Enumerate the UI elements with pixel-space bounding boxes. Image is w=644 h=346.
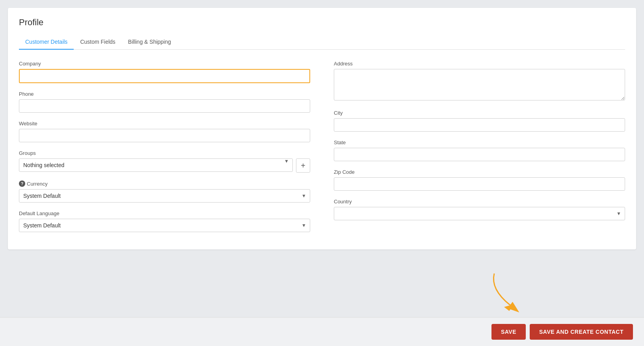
address-label: Address — [334, 61, 625, 67]
country-select[interactable] — [334, 207, 625, 220]
state-label: State — [334, 140, 625, 145]
groups-label: Groups — [19, 150, 310, 156]
city-input[interactable] — [334, 118, 625, 132]
groups-add-button[interactable]: + — [296, 158, 310, 173]
default-language-label: Default Language — [19, 210, 310, 216]
state-input[interactable] — [334, 148, 625, 161]
company-input[interactable] — [19, 69, 310, 83]
website-label: Website — [19, 121, 310, 126]
footer-bar: SAVE SAVE AND CREATE CONTACT — [0, 317, 644, 346]
tab-billing-shipping[interactable]: Billing & Shipping — [122, 35, 177, 50]
address-input[interactable] — [334, 69, 625, 100]
website-input[interactable] — [19, 129, 310, 142]
currency-select[interactable]: System Default — [19, 189, 310, 203]
tab-bar: Customer Details Custom Fields Billing &… — [19, 35, 625, 50]
currency-help-icon[interactable]: ? — [19, 180, 25, 187]
default-language-select[interactable]: System Default — [19, 219, 310, 232]
groups-select[interactable]: Nothing selected — [19, 158, 293, 172]
tab-custom-fields[interactable]: Custom Fields — [74, 35, 121, 50]
currency-label: ? Currency — [19, 180, 310, 187]
city-label: City — [334, 110, 625, 116]
phone-label: Phone — [19, 91, 310, 97]
phone-input[interactable] — [19, 99, 310, 113]
company-label: Company — [19, 61, 310, 67]
page-title: Profile — [19, 17, 625, 28]
zip-code-label: Zip Code — [334, 169, 625, 175]
zip-code-input[interactable] — [334, 177, 625, 191]
save-button[interactable]: SAVE — [491, 324, 526, 340]
country-label: Country — [334, 199, 625, 205]
save-and-create-contact-button[interactable]: SAVE AND CREATE CONTACT — [530, 324, 633, 340]
tab-customer-details[interactable]: Customer Details — [19, 35, 74, 50]
